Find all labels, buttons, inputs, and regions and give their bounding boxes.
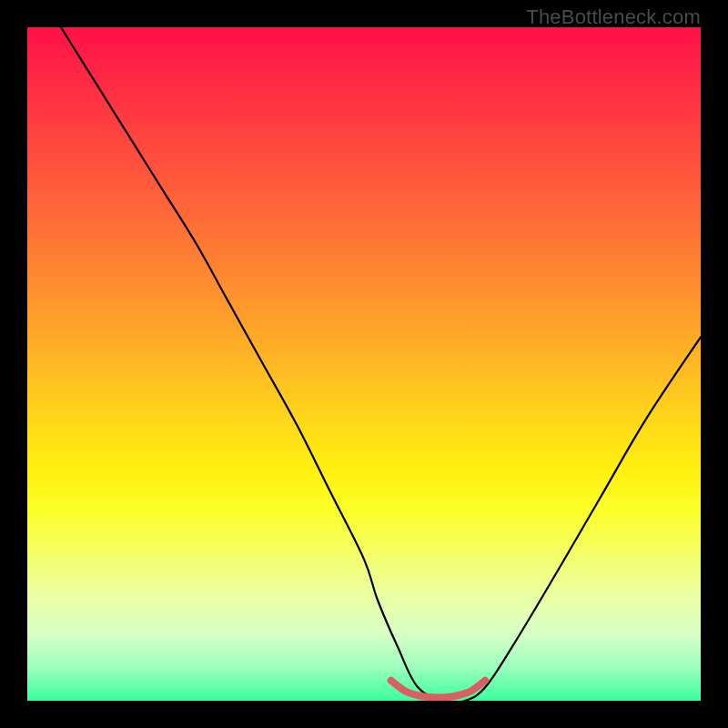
plot-area	[27, 27, 701, 701]
bottleneck-curve-line	[61, 27, 701, 701]
chart-canvas: TheBottleneck.com	[0, 0, 728, 728]
optimal-band-line	[391, 681, 486, 698]
chart-svg	[27, 27, 701, 701]
watermark-text: TheBottleneck.com	[526, 5, 701, 29]
